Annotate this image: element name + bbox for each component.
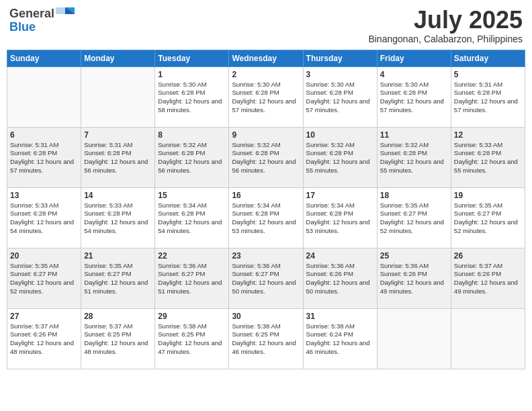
sunset-text: Sunset: 6:28 PM (380, 89, 448, 97)
calendar-cell (81, 66, 155, 127)
day-number: 19 (454, 191, 522, 200)
month-year-title: July 2025 (368, 7, 523, 34)
logo-general-text: General (9, 7, 54, 21)
day-number: 29 (158, 312, 226, 321)
daylight-text: Daylight: 12 hours and 56 minutes. (232, 158, 300, 175)
week-row-2: 6Sunrise: 5:31 AMSunset: 6:28 PMDaylight… (7, 127, 525, 187)
day-number: 8 (158, 130, 226, 140)
sunset-text: Sunset: 6:28 PM (158, 210, 226, 218)
calendar-cell (451, 308, 525, 369)
sunrise-text: Sunrise: 5:34 AM (306, 201, 374, 210)
day-number: 20 (10, 251, 78, 261)
day-info: Sunrise: 5:37 AMSunset: 6:25 PMDaylight:… (84, 322, 152, 357)
calendar-cell: 29Sunrise: 5:38 AMSunset: 6:25 PMDayligh… (155, 308, 229, 369)
sunrise-text: Sunrise: 5:38 AM (158, 322, 226, 331)
day-info: Sunrise: 5:37 AMSunset: 6:26 PMDaylight:… (454, 262, 522, 296)
week-row-1: 1Sunrise: 5:30 AMSunset: 6:28 PMDaylight… (7, 66, 525, 127)
sunrise-text: Sunrise: 5:37 AM (454, 262, 522, 271)
day-number: 4 (380, 70, 448, 79)
day-info: Sunrise: 5:36 AMSunset: 6:26 PMDaylight:… (380, 262, 448, 296)
logo-flag-icon (56, 7, 75, 21)
svg-marker-2 (56, 7, 65, 14)
day-info: Sunrise: 5:38 AMSunset: 6:25 PMDaylight:… (232, 322, 300, 357)
calendar-cell: 1Sunrise: 5:30 AMSunset: 6:28 PMDaylight… (155, 66, 229, 127)
day-info: Sunrise: 5:36 AMSunset: 6:27 PMDaylight:… (158, 262, 226, 296)
day-number: 17 (306, 191, 374, 200)
sunset-text: Sunset: 6:28 PM (232, 89, 300, 97)
week-row-3: 13Sunrise: 5:33 AMSunset: 6:28 PMDayligh… (7, 187, 525, 248)
daylight-text: Daylight: 12 hours and 52 minutes. (10, 279, 78, 296)
sunrise-text: Sunrise: 5:31 AM (84, 141, 152, 150)
calendar-cell: 25Sunrise: 5:36 AMSunset: 6:26 PMDayligh… (377, 248, 451, 308)
sunset-text: Sunset: 6:27 PM (380, 210, 448, 218)
day-number: 12 (454, 130, 522, 140)
sunset-text: Sunset: 6:27 PM (232, 270, 300, 279)
header-sunday: Sunday (7, 50, 81, 66)
day-info: Sunrise: 5:32 AMSunset: 6:28 PMDaylight:… (158, 141, 226, 175)
daylight-text: Daylight: 12 hours and 57 minutes. (232, 97, 300, 115)
sunset-text: Sunset: 6:28 PM (454, 89, 522, 97)
sunset-text: Sunset: 6:28 PM (454, 149, 522, 158)
day-info: Sunrise: 5:35 AMSunset: 6:27 PMDaylight:… (454, 201, 522, 236)
sunset-text: Sunset: 6:28 PM (10, 149, 78, 158)
daylight-text: Daylight: 12 hours and 54 minutes. (84, 218, 152, 236)
day-info: Sunrise: 5:33 AMSunset: 6:28 PMDaylight:… (10, 201, 78, 236)
day-info: Sunrise: 5:33 AMSunset: 6:28 PMDaylight:… (454, 141, 522, 175)
day-info: Sunrise: 5:31 AMSunset: 6:28 PMDaylight:… (454, 81, 522, 115)
daylight-text: Daylight: 12 hours and 52 minutes. (380, 218, 448, 236)
sunrise-text: Sunrise: 5:37 AM (84, 322, 152, 331)
day-info: Sunrise: 5:37 AMSunset: 6:26 PMDaylight:… (10, 322, 78, 357)
day-info: Sunrise: 5:30 AMSunset: 6:28 PMDaylight:… (158, 81, 226, 115)
daylight-text: Daylight: 12 hours and 55 minutes. (306, 158, 374, 175)
day-info: Sunrise: 5:35 AMSunset: 6:27 PMDaylight:… (380, 201, 448, 236)
week-row-4: 20Sunrise: 5:35 AMSunset: 6:27 PMDayligh… (7, 248, 525, 308)
day-number: 14 (84, 191, 152, 200)
day-info: Sunrise: 5:31 AMSunset: 6:28 PMDaylight:… (84, 141, 152, 175)
daylight-text: Daylight: 12 hours and 53 minutes. (306, 218, 374, 236)
day-info: Sunrise: 5:30 AMSunset: 6:28 PMDaylight:… (232, 81, 300, 115)
day-info: Sunrise: 5:36 AMSunset: 6:27 PMDaylight:… (232, 262, 300, 296)
sunrise-text: Sunrise: 5:32 AM (158, 141, 226, 150)
calendar-cell: 22Sunrise: 5:36 AMSunset: 6:27 PMDayligh… (155, 248, 229, 308)
sunrise-text: Sunrise: 5:37 AM (10, 322, 78, 331)
calendar-header-row: Sunday Monday Tuesday Wednesday Thursday… (7, 50, 525, 66)
sunset-text: Sunset: 6:28 PM (158, 149, 226, 158)
daylight-text: Daylight: 12 hours and 49 minutes. (454, 279, 522, 296)
day-number: 10 (306, 130, 374, 140)
sunrise-text: Sunrise: 5:34 AM (158, 201, 226, 210)
sunset-text: Sunset: 6:28 PM (84, 149, 152, 158)
calendar-cell: 9Sunrise: 5:32 AMSunset: 6:28 PMDaylight… (229, 127, 303, 187)
logo-wordmark: General Blue (9, 7, 76, 33)
sunset-text: Sunset: 6:27 PM (84, 270, 152, 279)
calendar-cell: 14Sunrise: 5:33 AMSunset: 6:28 PMDayligh… (81, 187, 155, 248)
calendar-cell: 28Sunrise: 5:37 AMSunset: 6:25 PMDayligh… (81, 308, 155, 369)
day-number: 28 (84, 312, 152, 321)
day-number: 1 (158, 70, 226, 79)
sunrise-text: Sunrise: 5:31 AM (454, 81, 522, 89)
header-monday: Monday (81, 50, 155, 66)
daylight-text: Daylight: 12 hours and 57 minutes. (380, 97, 448, 115)
day-number: 2 (232, 70, 300, 79)
sunrise-text: Sunrise: 5:36 AM (306, 262, 374, 271)
daylight-text: Daylight: 12 hours and 48 minutes. (84, 339, 152, 357)
header-thursday: Thursday (303, 50, 377, 66)
calendar-cell: 15Sunrise: 5:34 AMSunset: 6:28 PMDayligh… (155, 187, 229, 248)
daylight-text: Daylight: 12 hours and 48 minutes. (10, 339, 78, 357)
header-wednesday: Wednesday (229, 50, 303, 66)
day-number: 5 (454, 70, 522, 79)
day-info: Sunrise: 5:35 AMSunset: 6:27 PMDaylight:… (10, 262, 78, 296)
day-number: 15 (158, 191, 226, 200)
calendar-cell: 6Sunrise: 5:31 AMSunset: 6:28 PMDaylight… (7, 127, 81, 187)
day-number: 31 (306, 312, 374, 321)
calendar-cell: 30Sunrise: 5:38 AMSunset: 6:25 PMDayligh… (229, 308, 303, 369)
calendar-cell: 26Sunrise: 5:37 AMSunset: 6:26 PMDayligh… (451, 248, 525, 308)
daylight-text: Daylight: 12 hours and 55 minutes. (454, 158, 522, 175)
sunrise-text: Sunrise: 5:35 AM (84, 262, 152, 271)
calendar-cell: 13Sunrise: 5:33 AMSunset: 6:28 PMDayligh… (7, 187, 81, 248)
day-number: 9 (232, 130, 300, 140)
sunset-text: Sunset: 6:28 PM (380, 149, 448, 158)
sunrise-text: Sunrise: 5:33 AM (84, 201, 152, 210)
sunrise-text: Sunrise: 5:31 AM (10, 141, 78, 150)
daylight-text: Daylight: 12 hours and 57 minutes. (306, 97, 374, 115)
daylight-text: Daylight: 12 hours and 46 minutes. (232, 339, 300, 357)
